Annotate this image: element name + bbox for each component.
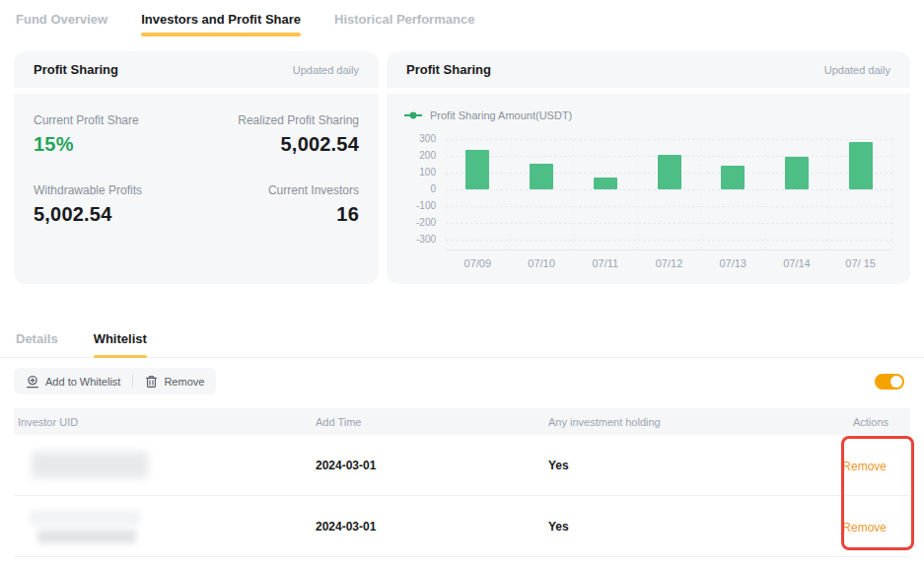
- remove-button-label: Remove: [164, 376, 204, 388]
- stats-card-title: Profit Sharing: [34, 62, 118, 77]
- tab-fund-overview[interactable]: Fund Overview: [16, 12, 107, 38]
- vertical-gridline: [765, 139, 766, 250]
- holding-cell: Yes: [548, 459, 806, 472]
- actions-cell: Remove: [806, 457, 900, 474]
- toggle-knob: [890, 376, 902, 388]
- stat-label: Current Investors: [268, 183, 359, 197]
- x-axis-tick: 07/14: [783, 257, 811, 269]
- y-axis-tick: -200: [404, 217, 436, 228]
- whitelist-toggle-switch[interactable]: [875, 374, 904, 390]
- tab-investors-and-profit-share[interactable]: Investors and Profit Share: [141, 12, 301, 38]
- fund-management-page: Fund Overview Investors and Profit Share…: [0, 0, 924, 571]
- stat-current-investors: Current Investors 16: [196, 183, 359, 226]
- x-axis-tick: 07/12: [656, 257, 683, 269]
- vertical-gridline: [510, 139, 511, 250]
- chart-bar: [721, 166, 745, 189]
- chart-plot: 07/0907/1007/1107/1207/1307/1407/ 15: [446, 139, 892, 250]
- x-axis-tick: 07/09: [464, 257, 492, 269]
- row-remove-link[interactable]: Remove: [842, 460, 887, 473]
- stat-value: 15%: [34, 133, 196, 156]
- blurred-uid: [37, 530, 136, 543]
- legend-label: Profit Sharing Amount(USDT): [430, 109, 572, 121]
- col-any-investment-holding: Any investment holding: [548, 416, 806, 428]
- y-axis-tick: -100: [404, 200, 436, 211]
- stat-label: Withdrawable Profits: [34, 183, 196, 197]
- stat-current-profit-share: Current Profit Share 15%: [34, 113, 196, 156]
- table-header-row: Investor UID Add Time Any investment hol…: [14, 408, 910, 435]
- add-time-cell: 2024-03-01: [316, 520, 548, 534]
- vertical-gridline: [701, 139, 702, 250]
- blurred-uid: [30, 510, 140, 526]
- stat-value: 5,002.54: [34, 203, 196, 226]
- gridline: [446, 240, 892, 241]
- chart-bar: [658, 155, 681, 189]
- stat-withdrawable-profits: Withdrawable Profits 5,002.54: [34, 183, 196, 226]
- col-add-time: Add Time: [316, 416, 548, 428]
- header-tabs: Fund Overview Investors and Profit Share…: [0, 0, 924, 38]
- tab-whitelist[interactable]: Whitelist: [94, 331, 147, 357]
- legend-line-dot-icon: [404, 111, 422, 119]
- whitelist-table: Investor UID Add Time Any investment hol…: [0, 408, 924, 557]
- stats-grid: Current Profit Share 15% Realized Profit…: [14, 94, 379, 226]
- x-axis-tick: 07/11: [592, 257, 618, 269]
- holding-cell: Yes: [548, 520, 806, 534]
- actions-cell: Remove: [806, 518, 900, 535]
- gridline: [446, 139, 892, 140]
- chart-card-title: Profit Sharing: [406, 62, 491, 77]
- tab-historical-performance[interactable]: Historical Performance: [334, 12, 474, 38]
- col-investor-uid: Investor UID: [18, 416, 316, 428]
- stat-realized-profit-sharing: Realized Profit Sharing 5,002.54: [196, 113, 359, 156]
- add-time-cell: 2024-03-01: [316, 459, 548, 472]
- chart-bar: [594, 178, 617, 189]
- investor-uid-cell: [18, 510, 316, 543]
- x-axis-tick: 07/ 15: [845, 257, 876, 269]
- investor-uid-cell: [18, 452, 316, 478]
- y-axis-tick: 0: [404, 183, 436, 194]
- y-axis-tick: 100: [404, 167, 436, 178]
- profit-chart: 07/0907/1007/1107/1207/1307/1407/ 15 300…: [404, 139, 898, 282]
- stats-card-updated-daily: Updated daily: [293, 64, 359, 76]
- x-axis-tick: 07/10: [528, 257, 555, 269]
- chart-bar: [465, 150, 489, 189]
- remove-button[interactable]: Remove: [133, 375, 216, 389]
- gridline: [446, 189, 892, 190]
- add-to-whitelist-icon: [26, 375, 39, 389]
- stat-value: 5,002.54: [281, 133, 359, 156]
- chart-legend: Profit Sharing Amount(USDT): [404, 109, 910, 121]
- stat-label: Current Profit Share: [34, 113, 196, 127]
- chart-card-updated-daily: Updated daily: [824, 64, 890, 76]
- profit-sharing-chart-card: Profit Sharing Updated daily Profit Shar…: [387, 51, 910, 284]
- toolbar-button-group: Add to Whitelist Remove: [14, 368, 216, 394]
- chart-bar: [785, 157, 809, 189]
- chart-bar: [530, 164, 553, 189]
- row-remove-link[interactable]: Remove: [842, 521, 887, 535]
- gridline: [446, 206, 892, 207]
- table-row: 2024-03-01 Yes Remove: [14, 435, 910, 496]
- whitelist-toolbar: Add to Whitelist Remove: [14, 368, 904, 394]
- add-to-whitelist-button[interactable]: Add to Whitelist: [14, 375, 132, 389]
- col-actions: Actions: [806, 416, 900, 428]
- trash-icon: [145, 375, 158, 389]
- add-to-whitelist-label: Add to Whitelist: [45, 376, 120, 388]
- x-axis-tick: 07/13: [719, 257, 746, 269]
- summary-cards-row: Profit Sharing Updated daily Current Pro…: [14, 51, 910, 284]
- stat-value: 16: [336, 203, 359, 226]
- chart-card-header: Profit Sharing Updated daily: [387, 51, 910, 94]
- gridline: [446, 223, 892, 224]
- tab-details[interactable]: Details: [16, 331, 58, 357]
- section-tabs: Details Whitelist: [0, 331, 924, 358]
- stats-card-header: Profit Sharing Updated daily: [14, 51, 379, 94]
- y-axis-tick: -300: [404, 234, 436, 245]
- vertical-gridline: [573, 139, 574, 250]
- stat-label: Realized Profit Sharing: [238, 113, 359, 127]
- table-row: 2024-03-01 Yes Remove: [14, 496, 910, 557]
- vertical-gridline: [446, 139, 447, 250]
- profit-sharing-stats-card: Profit Sharing Updated daily Current Pro…: [14, 51, 379, 284]
- vertical-gridline: [637, 139, 638, 250]
- y-axis-tick: 300: [404, 133, 436, 144]
- vertical-gridline: [892, 139, 893, 250]
- blurred-uid: [32, 452, 148, 478]
- y-axis-tick: 200: [404, 150, 436, 161]
- vertical-gridline: [828, 139, 829, 250]
- chart-bar: [849, 142, 873, 189]
